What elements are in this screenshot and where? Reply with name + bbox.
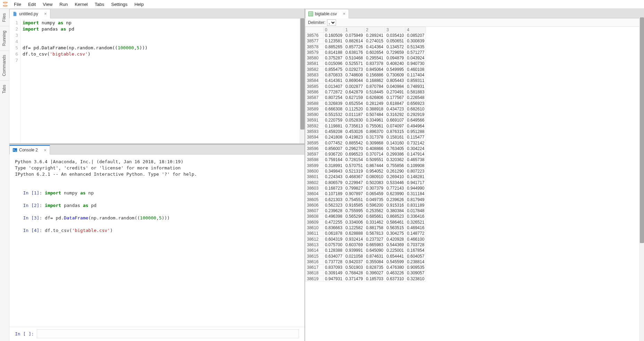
menubar: FileEditViewRunKernelTabsSettingsHelp	[0, 0, 644, 9]
delimiter-label: Delimiter:	[308, 20, 326, 25]
console-tab[interactable]: Console 2 ×	[9, 145, 50, 155]
scroll-thumb[interactable]	[300, 18, 304, 130]
table-row[interactable]: 385900.5515320.0111870.5074840.3162920.2…	[306, 112, 426, 117]
menu-view[interactable]: View	[39, 1, 56, 8]
delimiter-select[interactable]: ,	[327, 19, 336, 26]
table-row[interactable]: 385800.3752870.5104680.2955410.0948790.0…	[306, 55, 426, 61]
file-icon	[12, 11, 17, 16]
table-row[interactable]: 386160.7377280.9420370.3550840.5455990.2…	[306, 259, 426, 265]
close-icon[interactable]: ×	[43, 11, 48, 16]
table-row[interactable]: 385820.8554750.0292730.8450640.5499950.4…	[306, 67, 426, 72]
table-row[interactable]: 386100.8366630.1225820.8817580.5635150.4…	[306, 225, 426, 231]
table-row[interactable]: 386180.3091490.7684280.3960270.4632260.3…	[306, 270, 426, 276]
table-row[interactable]: 386060.5623230.9165850.5962000.9153160.8…	[306, 202, 426, 208]
svg-point-1	[3, 5, 7, 6]
table-row[interactable]: 385990.3189910.5707510.8674440.7558560.1…	[306, 163, 426, 168]
table-row[interactable]: 386040.1071890.9078970.0654590.6239900.3…	[306, 191, 426, 197]
scrollbar-vertical-outer[interactable]	[639, 17, 644, 341]
console-input[interactable]	[37, 329, 299, 338]
svg-point-0	[3, 2, 7, 3]
console-banner-line: IPython 6.2.1 -- An enhanced Interactive…	[15, 171, 299, 177]
column-header[interactable]: 3	[385, 27, 405, 33]
table-row[interactable]: 386010.2243430.4683670.0809100.2694100.1…	[306, 174, 426, 180]
menu-kernel[interactable]: Kernel	[71, 1, 91, 8]
side-tab-tabs[interactable]: Tabs	[0, 80, 9, 98]
table-row[interactable]: 385920.1198810.7356130.7550610.0740970.4…	[306, 123, 426, 129]
csv-toolbar: Delimiter: ,	[305, 18, 644, 27]
table-row[interactable]: 386120.6043190.9324140.2373270.4209280.4…	[306, 236, 426, 242]
left-sidebar: FilesRunningCommandsTabs	[0, 9, 9, 341]
table-row[interactable]: 386190.9479310.3714790.1857030.6373100.3…	[306, 276, 426, 282]
scroll-thumb[interactable]	[640, 17, 644, 243]
table-row[interactable]: 385870.8072540.6271590.6268060.1775670.2…	[306, 95, 426, 100]
csv-grid[interactable]: 01234385760.1605090.0759490.2892410.0354…	[305, 27, 644, 341]
jupyter-logo	[2, 1, 8, 7]
table-row[interactable]: 385860.7728720.6428790.5184450.2704910.5…	[306, 89, 426, 95]
console-output[interactable]: Python 3.6.4 |Anaconda, Inc.| (default, …	[9, 155, 304, 327]
menu-tabs[interactable]: Tabs	[91, 1, 108, 8]
table-row[interactable]: 386000.3498430.5213190.9540520.2612900.8…	[306, 168, 426, 174]
menu-edit[interactable]: Edit	[25, 1, 39, 8]
editor-tab[interactable]: untitled.py ×	[9, 9, 50, 18]
side-tab-commands[interactable]: Commands	[0, 50, 9, 80]
table-row[interactable]: 385930.4592080.4530260.8963700.8763150.9…	[306, 129, 426, 134]
table-row[interactable]: 385790.8141880.6381760.6026540.7296590.5…	[306, 50, 426, 55]
table-row[interactable]: 385840.4143610.8690440.1688620.8054430.8…	[306, 78, 426, 83]
code-editor[interactable]: 1234567 import numpy as np import pandas…	[9, 18, 304, 143]
table-row[interactable]: 385940.2418080.4198230.3173780.1581610.1…	[306, 134, 426, 140]
table-row[interactable]: 385880.3268390.6525540.2812490.6188470.6…	[306, 100, 426, 106]
console-tab-label: Console 2	[19, 148, 38, 152]
table-row[interactable]: 385910.2207590.0528300.3349610.6691070.6…	[306, 117, 426, 123]
table-row[interactable]: 385950.0774520.8855420.3098680.1431600.7…	[306, 140, 426, 145]
table-row[interactable]: 386130.0757000.6037690.6659830.5443690.7…	[306, 242, 426, 248]
table-row[interactable]: 385780.8852650.8577260.4143640.1345720.5…	[306, 44, 426, 49]
table-row[interactable]: 385980.7591640.7281540.5095510.3203620.4…	[306, 157, 426, 163]
left-panel: untitled.py × 1234567 import numpy as np…	[9, 9, 305, 341]
menu-file[interactable]: File	[10, 1, 25, 8]
app-root: FileEditViewRunKernelTabsSettingsHelp Fi…	[0, 0, 644, 341]
table-row[interactable]: 385960.8560070.2962700.4088660.7634050.3…	[306, 146, 426, 151]
console-input-row: In [ ]:	[9, 327, 304, 341]
table-row[interactable]: 385760.1605090.0759490.2892410.0354100.0…	[306, 33, 426, 38]
column-header[interactable]: 0	[324, 27, 344, 33]
table-row[interactable]: 385770.1235810.8826140.2740150.0506510.3…	[306, 38, 426, 44]
column-header[interactable]: 4	[405, 27, 426, 33]
side-tab-running[interactable]: Running	[0, 26, 9, 50]
editor-tabbar: untitled.py ×	[9, 9, 304, 18]
editor-content[interactable]: import numpy as np import pandas as pd d…	[20, 18, 304, 143]
csv-table: 01234385760.1605090.0759490.2892410.0354…	[305, 27, 426, 282]
svg-point-2	[7, 2, 8, 2]
menu-help[interactable]: Help	[131, 1, 147, 8]
editor-tab-label: untitled.py	[19, 11, 38, 16]
editor-gutter: 1234567	[9, 18, 20, 143]
table-row[interactable]: 386030.1687230.7998270.3073790.7721430.9…	[306, 185, 426, 191]
close-icon[interactable]: ×	[342, 11, 346, 16]
menu-run[interactable]: Run	[56, 1, 71, 8]
table-row[interactable]: 386070.2396280.7559950.2535620.3803840.0…	[306, 208, 426, 214]
table-row[interactable]: 386090.4722550.3340060.3314620.5864610.3…	[306, 219, 426, 225]
menu-settings[interactable]: Settings	[108, 1, 131, 8]
side-tab-files[interactable]: Files	[0, 9, 9, 26]
table-row[interactable]: 385830.8708330.7486080.1568860.7306090.1…	[306, 72, 426, 78]
main-area: FilesRunningCommandsTabs untitled.py ×	[0, 9, 644, 341]
scrollbar-vertical[interactable]	[300, 18, 304, 143]
console: Python 3.6.4 |Anaconda, Inc.| (default, …	[9, 155, 304, 341]
close-icon[interactable]: ×	[43, 148, 48, 153]
console-banner-line: Type 'copyright', 'credits' or 'license'…	[15, 165, 299, 171]
csv-tab[interactable]: bigtable.csv ×	[305, 9, 349, 18]
table-row[interactable]: 385890.6663080.1125200.3889180.4347230.6…	[306, 106, 426, 112]
table-row[interactable]: 385970.9367200.6965230.3707140.2993860.1…	[306, 151, 426, 157]
table-row[interactable]: 385850.0134070.0028770.8707840.0409840.7…	[306, 83, 426, 89]
column-header[interactable]: 2	[365, 27, 385, 33]
table-row[interactable]: 386140.1283880.9399910.6450900.2250010.1…	[306, 248, 426, 253]
table-row[interactable]: 386110.0618780.6288880.5678130.3042750.1…	[306, 231, 426, 236]
table-row[interactable]: 386080.4963980.5652900.6856610.8685230.3…	[306, 214, 426, 219]
table-row[interactable]: 386050.6213030.7545510.0497350.2396260.8…	[306, 197, 426, 202]
svg-rect-3	[13, 148, 17, 152]
console-tabbar: Console 2 ×	[9, 145, 304, 155]
table-row[interactable]: 386170.8370930.5019030.8287350.4763800.9…	[306, 265, 426, 270]
table-row[interactable]: 386020.8065790.2299470.5020830.5334460.9…	[306, 180, 426, 185]
table-row[interactable]: 386150.6340770.0210580.8746310.6544410.6…	[306, 253, 426, 259]
column-header[interactable]: 1	[344, 27, 365, 33]
table-row[interactable]: 385810.0150960.5255710.8373780.4082400.9…	[306, 61, 426, 66]
